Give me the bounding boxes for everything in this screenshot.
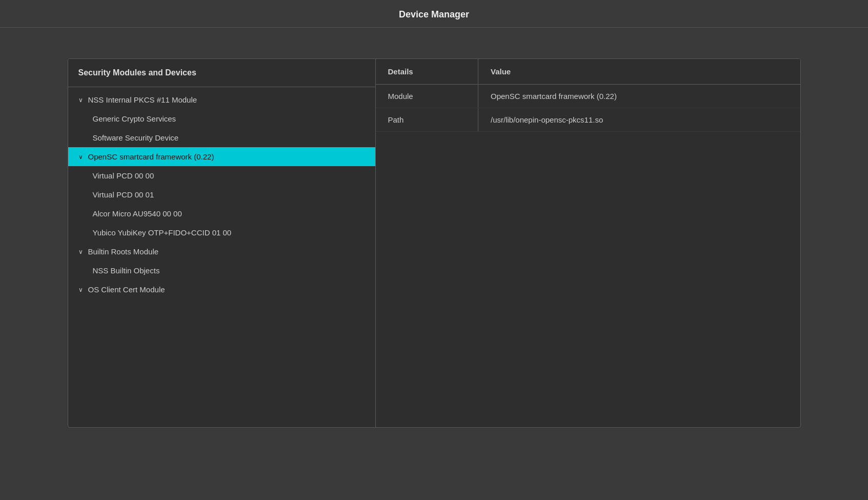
tree-item-os-client-cert[interactable]: ∨OS Client Cert Module: [68, 280, 375, 299]
detail-value: /usr/lib/onepin-opensc-pkcs11.so: [478, 108, 800, 132]
tree-item-virtual-pcd-00-00[interactable]: Virtual PCD 00 00: [68, 166, 375, 185]
left-panel: Security Modules and Devices ∨NSS Intern…: [68, 59, 376, 427]
tree-item-generic-crypto[interactable]: Generic Crypto Services: [68, 109, 375, 128]
tree-item-alcor[interactable]: Alcor Micro AU9540 00 00: [68, 204, 375, 223]
chevron-icon: ∨: [78, 248, 83, 255]
details-header-row: Details Value: [376, 59, 800, 85]
tree-item-label: Virtual PCD 00 00: [93, 171, 154, 180]
details-table: Details Value ModuleOpenSC smartcard fra…: [376, 59, 800, 132]
tree-item-yubikey[interactable]: Yubico YubiKey OTP+FIDO+CCID 01 00: [68, 223, 375, 242]
title-bar: Device Manager: [0, 0, 868, 28]
tree-item-nss-builtin[interactable]: NSS Builtin Objects: [68, 261, 375, 280]
details-area: Details Value ModuleOpenSC smartcard fra…: [376, 59, 800, 427]
tree-item-builtin-roots[interactable]: ∨Builtin Roots Module: [68, 242, 375, 261]
chevron-icon: ∨: [78, 96, 83, 104]
tree-item-label: Virtual PCD 00 01: [93, 190, 154, 199]
details-col-header: Details: [376, 59, 478, 85]
tree-item-label: Software Security Device: [93, 133, 179, 142]
tree-item-label: NSS Internal PKCS #11 Module: [88, 95, 197, 104]
detail-value: OpenSC smartcard framework (0.22): [478, 85, 800, 108]
left-panel-header: Security Modules and Devices: [68, 59, 375, 87]
tree-item-label: Generic Crypto Services: [93, 114, 176, 123]
value-col-header: Value: [478, 59, 800, 85]
detail-row-0: ModuleOpenSC smartcard framework (0.22): [376, 85, 800, 108]
detail-label: Module: [376, 85, 478, 108]
main-container: Security Modules and Devices ∨NSS Intern…: [68, 58, 801, 428]
tree-item-label: OS Client Cert Module: [88, 285, 165, 294]
tree-item-label: Alcor Micro AU9540 00 00: [93, 209, 182, 218]
tree-item-software-security[interactable]: Software Security Device: [68, 128, 375, 147]
detail-label: Path: [376, 108, 478, 132]
detail-row-1: Path/usr/lib/onepin-opensc-pkcs11.so: [376, 108, 800, 132]
tree-list: ∨NSS Internal PKCS #11 ModuleGeneric Cry…: [68, 87, 375, 427]
tree-item-virtual-pcd-00-01[interactable]: Virtual PCD 00 01: [68, 185, 375, 204]
tree-item-label: Builtin Roots Module: [88, 247, 159, 256]
tree-item-label: OpenSC smartcard framework (0.22): [88, 152, 214, 161]
tree-item-label: Yubico YubiKey OTP+FIDO+CCID 01 00: [93, 228, 232, 237]
chevron-icon: ∨: [78, 153, 83, 161]
window-title: Device Manager: [0, 9, 868, 20]
chevron-icon: ∨: [78, 286, 83, 293]
tree-item-nss-internal[interactable]: ∨NSS Internal PKCS #11 Module: [68, 90, 375, 109]
tree-item-opensc[interactable]: ∨OpenSC smartcard framework (0.22): [68, 147, 375, 166]
tree-item-label: NSS Builtin Objects: [93, 266, 160, 275]
right-panel: Details Value ModuleOpenSC smartcard fra…: [376, 59, 800, 427]
